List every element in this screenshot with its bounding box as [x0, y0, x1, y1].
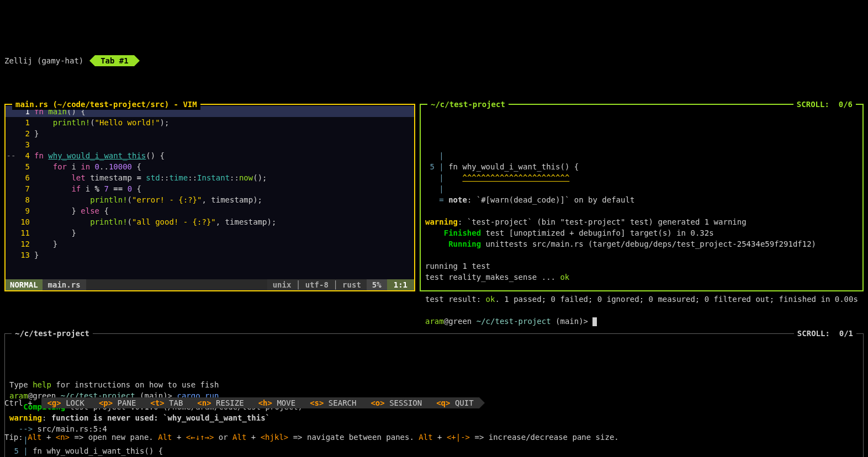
pane-title: main.rs (~/code/test-project/src) - VIM: [12, 99, 200, 110]
mode-chip-pane[interactable]: <p> PANE: [90, 397, 141, 408]
editor-line[interactable]: 11 }: [6, 227, 414, 238]
editor-line[interactable]: 13}: [6, 249, 414, 261]
mode-chip-lock[interactable]: <g> LOCK: [41, 397, 89, 408]
session-name: Zellij (gamy-hat): [4, 55, 83, 66]
pane-title: ~/c/test-project: [12, 328, 93, 339]
status-pct: 5%: [367, 279, 387, 290]
status-file: main.rs: [43, 279, 86, 290]
status-pos: 1:1: [387, 279, 414, 290]
editor-line[interactable]: 1 println!("Hello world!");: [6, 117, 414, 128]
mode-chip-quit[interactable]: <q> QUIT: [427, 397, 479, 408]
tip-line: Tip: Alt + <n> => open new pane. Alt + <…: [0, 431, 868, 446]
editor-line[interactable]: 8 println!("error! - {:?}", timestamp);: [6, 194, 414, 205]
mode-chip-search[interactable]: <s> SEARCH: [301, 397, 362, 408]
terminal-output[interactable]: | 5 | fn why_would_i_want_this() { | ^^^…: [421, 149, 862, 329]
editor-line[interactable]: 2}: [6, 128, 414, 139]
scroll-indicator: SCROLL: 0/1: [794, 328, 856, 339]
tab-chip[interactable]: Tab #1: [95, 55, 134, 66]
editor-line[interactable]: 5 for i in 0..10000 {: [6, 161, 414, 172]
editor-body[interactable]: 1fn main() {1 println!("Hello world!");2…: [6, 105, 414, 279]
mode-bar: Ctrl + <g> LOCK<p> PANE<t> TAB<n> RESIZE…: [0, 396, 868, 408]
bottom-bar: Ctrl + <g> LOCK<p> PANE<t> TAB<n> RESIZE…: [0, 374, 868, 457]
editor-line[interactable]: 12 }: [6, 238, 414, 249]
test-pane[interactable]: ~/c/test-project SCROLL: 0/6 | 5 | fn wh…: [420, 104, 864, 291]
top-bar: Zellij (gamy-hat) Tab #1: [0, 55, 868, 66]
pane-title: ~/c/test-project: [427, 99, 509, 110]
editor-line[interactable]: --4fn why_would_i_want_this() {: [6, 150, 414, 161]
status-info: unix │ utf-8 │ rust: [267, 279, 367, 290]
editor-line[interactable]: 6 let timestamp = std::time::Instant::no…: [6, 172, 414, 183]
mode-chip-tab[interactable]: <t> TAB: [141, 397, 188, 408]
scroll-indicator: SCROLL: 0/6: [793, 99, 856, 110]
editor-line[interactable]: 7 if i % 7 == 0 {: [6, 183, 414, 194]
editor-statusline: NORMAL main.rs unix │ utf-8 │ rust 5% 1:…: [6, 279, 414, 290]
vim-mode: NORMAL: [6, 279, 43, 290]
mode-chip-resize[interactable]: <n> RESIZE: [188, 397, 249, 408]
mode-chip-session[interactable]: <o> SESSION: [362, 397, 427, 408]
mode-prefix: Ctrl +: [4, 397, 41, 408]
editor-pane[interactable]: main.rs (~/code/test-project/src) - VIM …: [4, 104, 415, 291]
editor-line[interactable]: 3: [6, 139, 414, 150]
mode-chip-move[interactable]: <h> MOVE: [250, 397, 301, 408]
editor-line[interactable]: 10 println!("all good! - {:?}", timestam…: [6, 216, 414, 227]
editor-line[interactable]: 9 } else {: [6, 205, 414, 216]
